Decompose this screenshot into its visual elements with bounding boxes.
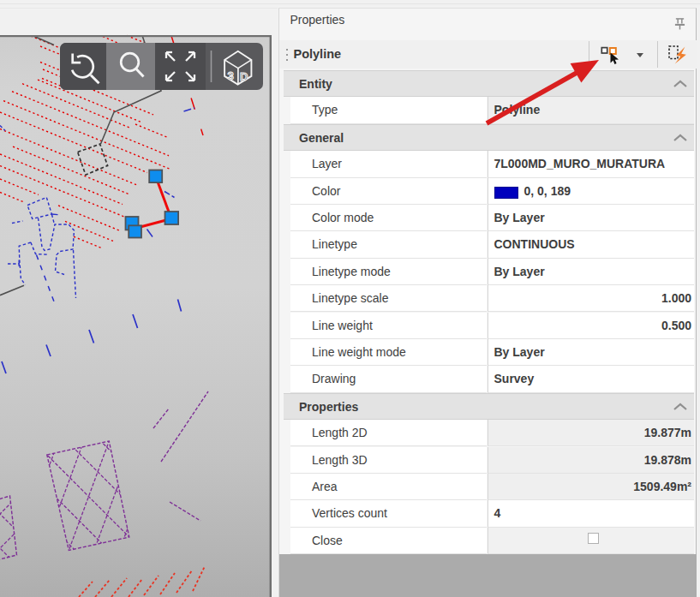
svg-text:3: 3 — [228, 69, 234, 82]
svg-text:D: D — [240, 70, 248, 83]
